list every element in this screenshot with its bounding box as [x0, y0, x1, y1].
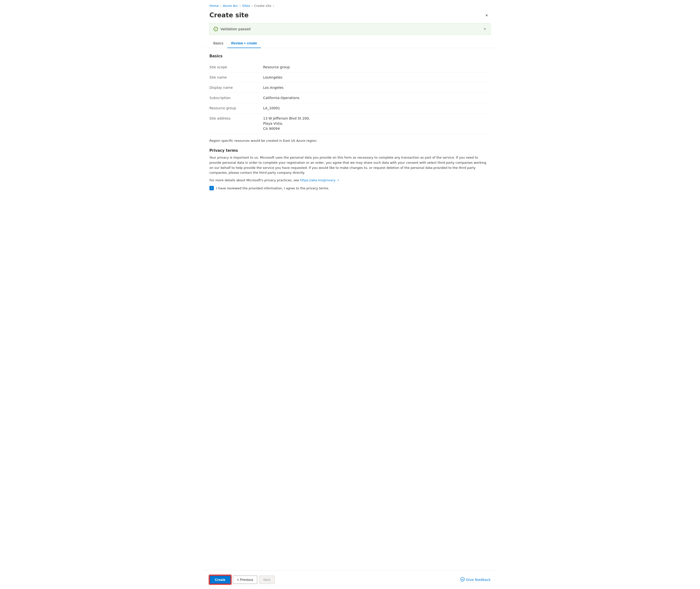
create-button[interactable]: Create	[209, 575, 231, 584]
page-title: Create site	[209, 11, 249, 19]
field-label-display-name: Display name	[209, 85, 263, 89]
field-value-site-address: 13 W Jefferson Blvd St 200, Playa Vista,…	[263, 116, 491, 131]
give-feedback-button[interactable]: Give feedback	[460, 577, 491, 582]
svg-point-0	[461, 577, 465, 581]
field-row-site-name: Site name LosAngeles	[209, 72, 491, 83]
privacy-text: Your privacy is important to us. Microso…	[209, 155, 491, 175]
field-row-site-address: Site address 13 W Jefferson Blvd St 200,…	[209, 114, 491, 134]
privacy-link-row: For more details about Microsoft's priva…	[209, 178, 491, 182]
tab-basics[interactable]: Basics	[209, 39, 227, 48]
checkbox-row: I have reviewed the provided information…	[209, 186, 491, 190]
close-button[interactable]: ×	[483, 11, 491, 19]
page-header: Create site ×	[204, 9, 496, 23]
field-row-site-scope: Site scope Resource group	[209, 62, 491, 72]
field-row-display-name: Display name Los Angeles	[209, 83, 491, 93]
validation-close-button[interactable]: ×	[483, 26, 487, 32]
field-label-site-name: Site name	[209, 75, 263, 79]
validation-left: Validation passed	[213, 27, 250, 31]
field-row-resource-group: Resource group LA_10001	[209, 103, 491, 114]
breadcrumb-sites[interactable]: Sites	[242, 4, 250, 8]
privacy-link[interactable]: https://aka.ms/privacy	[300, 178, 336, 182]
privacy-link-prefix: For more details about Microsoft's priva…	[209, 178, 300, 182]
field-value-site-name: LosAngeles	[263, 75, 491, 80]
previous-button[interactable]: < Previous	[233, 576, 257, 584]
validation-banner: Validation passed ×	[209, 23, 491, 35]
footer: Create < Previous Next Give feedback	[204, 570, 496, 589]
field-value-display-name: Los Angeles	[263, 85, 491, 90]
breadcrumb-sep-3: ›	[251, 4, 252, 8]
field-label-subscription: Subscription	[209, 95, 263, 100]
field-label-site-address: Site address	[209, 116, 263, 120]
next-button: Next	[259, 576, 275, 584]
field-label-site-scope: Site scope	[209, 65, 263, 69]
section-title-basics: Basics	[209, 54, 491, 58]
tabs-container: Basics Review + create	[204, 39, 496, 48]
give-feedback-label: Give feedback	[466, 578, 491, 582]
privacy-checkbox[interactable]	[209, 186, 214, 190]
field-value-subscription: California-Operations	[263, 95, 491, 101]
breadcrumb: Home › Azure Arc › Sites › Create site ›	[204, 0, 496, 9]
privacy-checkbox-label: I have reviewed the provided information…	[216, 186, 329, 190]
field-value-resource-group: LA_10001	[263, 106, 491, 111]
footer-buttons: Create < Previous Next	[209, 575, 275, 584]
breadcrumb-create-site: Create site	[254, 4, 272, 8]
main-content: Basics Site scope Resource group Site na…	[204, 54, 496, 562]
field-row-subscription: Subscription California-Operations	[209, 93, 491, 103]
privacy-title: Privacy terms	[209, 148, 491, 153]
breadcrumb-sep-1: ›	[220, 4, 221, 8]
region-note: Region specific resources would be creat…	[209, 139, 491, 143]
tab-review-create[interactable]: Review + create	[227, 39, 261, 48]
tabs: Basics Review + create	[209, 39, 491, 48]
svg-point-1	[462, 579, 462, 579]
breadcrumb-home[interactable]: Home	[209, 4, 219, 8]
field-label-resource-group: Resource group	[209, 106, 263, 110]
feedback-icon	[460, 577, 465, 582]
validation-check-icon	[213, 27, 218, 31]
breadcrumb-sep-2: ›	[239, 4, 241, 8]
validation-text: Validation passed	[220, 27, 250, 31]
external-link-icon: ↗	[336, 179, 339, 182]
field-value-site-scope: Resource group	[263, 65, 491, 70]
breadcrumb-sep-4: ›	[273, 4, 274, 8]
svg-point-2	[463, 579, 463, 579]
privacy-section: Privacy terms Your privacy is important …	[209, 148, 491, 190]
breadcrumb-azure-arc[interactable]: Azure Arc	[223, 4, 238, 8]
